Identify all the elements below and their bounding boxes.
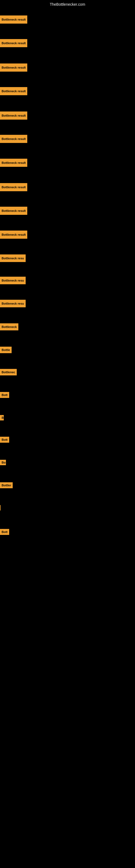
- site-title: TheBottlenecker.com: [0, 0, 135, 9]
- bottleneck-badge-18: B: [0, 415, 4, 421]
- bottleneck-badge-19: Bott: [0, 437, 9, 443]
- bottleneck-badge-2: Bottleneck result: [0, 39, 27, 47]
- bottleneck-badge-11: Bottleneck resu: [0, 254, 26, 262]
- bottleneck-badge-15: Bottle: [0, 347, 12, 353]
- vertical-line-22: [0, 505, 1, 510]
- bottleneck-badge-13: Bottleneck resu: [0, 300, 26, 307]
- bottleneck-badge-3: Bottleneck result: [0, 63, 27, 72]
- bottleneck-badge-4: Bottleneck result: [0, 87, 27, 95]
- bottleneck-badge-20: Bo: [0, 460, 6, 465]
- bottleneck-badge-17: Bott: [0, 392, 9, 398]
- bottleneck-badge-5: Bottleneck result: [0, 112, 27, 120]
- bottleneck-badge-10: Bottleneck result: [0, 230, 27, 239]
- bottleneck-badge-14: Bottleneck: [0, 323, 18, 330]
- bottleneck-badge-6: Bottleneck result: [0, 135, 27, 143]
- bottleneck-badge-1: Bottleneck result: [0, 16, 27, 24]
- bottleneck-badge-21: Bottler: [0, 482, 13, 488]
- bottleneck-badge-12: Bottleneck resu: [0, 277, 26, 284]
- bottleneck-badge-16: Bottlenec: [0, 369, 17, 375]
- bottleneck-badge-9: Bottleneck result: [0, 207, 27, 215]
- bottleneck-badge-8: Bottleneck result: [0, 183, 27, 191]
- bottleneck-badge-7: Bottleneck result: [0, 159, 27, 167]
- bottleneck-badge-23: Bott: [0, 529, 9, 535]
